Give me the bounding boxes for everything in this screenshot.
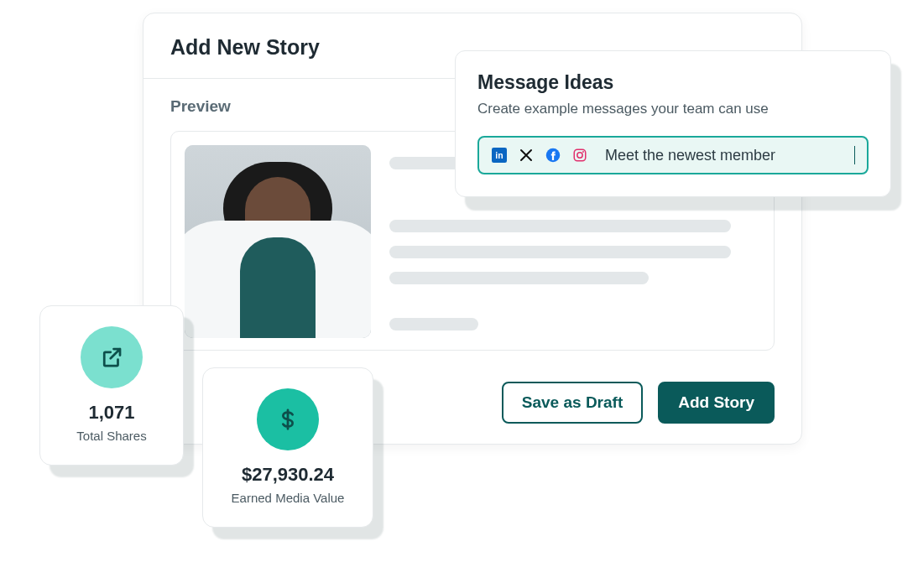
message-input-text: Meet the newest member [605,147,843,164]
placeholder-line [389,272,649,284]
preview-image [185,145,371,338]
stat-label: Total Shares [59,429,164,443]
popover-subtitle: Create example messages your team can us… [477,101,869,117]
instagram-icon[interactable] [571,147,588,164]
svg-rect-3 [574,149,586,161]
placeholder-line [389,246,731,258]
placeholder-line [389,220,731,232]
stat-card-emv: $27,930.24 Earned Media Value [202,367,373,528]
stat-label: Earned Media Value [222,491,354,505]
placeholder-line [389,318,478,330]
x-icon[interactable] [518,147,535,164]
stat-value: 1,071 [59,402,164,424]
save-draft-button[interactable]: Save as Draft [502,382,643,424]
message-input[interactable]: in Meet the newest member [477,136,869,174]
facebook-icon[interactable] [545,147,561,164]
stat-value: $27,930.24 [222,464,354,486]
svg-text:in: in [495,150,503,160]
message-ideas-popover: Message Ideas Create example messages yo… [455,50,891,197]
stat-card-shares: 1,071 Total Shares [39,305,184,466]
svg-point-5 [582,151,584,153]
text-cursor [854,146,855,164]
linkedin-icon[interactable]: in [491,147,508,164]
svg-point-4 [577,153,582,158]
add-story-button[interactable]: Add Story [658,382,775,424]
popover-title: Message Ideas [477,71,869,94]
external-link-icon [81,326,143,388]
dollar-icon [257,388,319,450]
action-bar: Save as Draft Add Story [502,382,775,424]
